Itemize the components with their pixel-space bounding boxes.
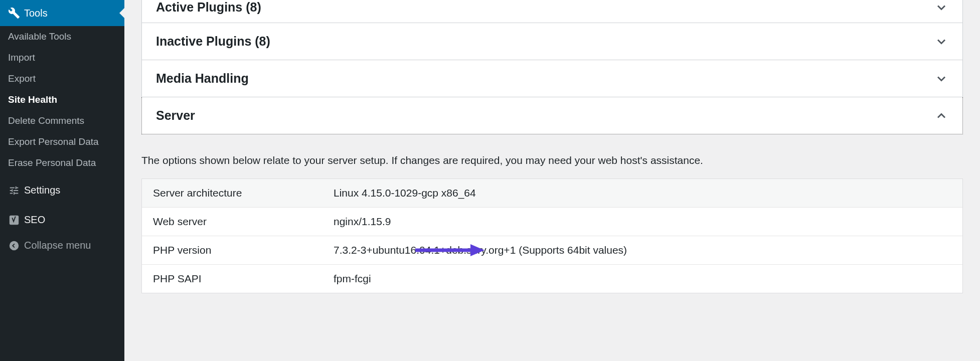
sidebar-item-tools[interactable]: Tools: [0, 0, 124, 26]
sidebar-item-available-tools[interactable]: Available Tools: [0, 26, 124, 47]
sidebar-label: Settings: [24, 185, 60, 196]
collapse-icon: [7, 240, 21, 251]
sidebar-item-import[interactable]: Import: [0, 47, 124, 68]
table-row: Server architecture Linux 4.15.0-1029-gc…: [142, 179, 962, 207]
yoast-icon: [7, 215, 21, 226]
panel-title: Active Plugins (8): [156, 0, 261, 15]
sidebar-item-export[interactable]: Export: [0, 68, 124, 89]
row-value: Linux 4.15.0-1029-gcp x86_64: [334, 187, 951, 199]
panel-media-handling: Media Handling: [141, 60, 963, 97]
panel-server: Server: [141, 97, 963, 134]
panel-active-plugins: Active Plugins (8): [141, 0, 963, 23]
sidebar-item-export-personal-data[interactable]: Export Personal Data: [0, 131, 124, 152]
sidebar-item-site-health[interactable]: Site Health: [0, 89, 124, 110]
row-value: 7.3.2-3+ubuntu16.04.1+deb.sury.org+1 (Su…: [334, 244, 951, 256]
sidebar-label: Tools: [24, 8, 48, 19]
sidebar-item-delete-comments[interactable]: Delete Comments: [0, 110, 124, 131]
chevron-down-icon: [934, 72, 948, 86]
admin-sidebar: Tools Available Tools Import Export Site…: [0, 0, 124, 361]
sidebar-item-settings[interactable]: Settings: [0, 177, 124, 203]
row-value: fpm-fcgi: [334, 273, 951, 285]
panel-title: Inactive Plugins (8): [156, 34, 270, 49]
chevron-down-icon: [934, 1, 948, 15]
row-label: PHP version: [153, 244, 334, 256]
table-row: PHP version 7.3.2-3+ubuntu16.04.1+deb.su…: [142, 236, 962, 264]
wrench-icon: [7, 7, 21, 19]
sidebar-label: SEO: [24, 214, 45, 226]
tools-submenu: Available Tools Import Export Site Healt…: [0, 26, 124, 173]
sidebar-item-collapse-menu[interactable]: Collapse menu: [0, 233, 124, 258]
chevron-down-icon: [934, 35, 948, 49]
panel-title: Server: [156, 108, 195, 123]
main-content: Active Plugins (8) Inactive Plugins (8) …: [124, 0, 980, 361]
panel-inactive-plugins: Inactive Plugins (8): [141, 23, 963, 60]
panel-title: Media Handling: [156, 71, 249, 86]
row-label: PHP SAPI: [153, 273, 334, 285]
row-label: Server architecture: [153, 187, 334, 199]
server-description: The options shown below relate to your s…: [141, 154, 963, 166]
panel-header-media-handling[interactable]: Media Handling: [142, 60, 962, 97]
sidebar-item-seo[interactable]: SEO: [0, 207, 124, 233]
sliders-icon: [7, 185, 21, 196]
row-value: nginx/1.15.9: [334, 216, 951, 228]
sidebar-item-erase-personal-data[interactable]: Erase Personal Data: [0, 152, 124, 173]
svg-point-1: [10, 241, 19, 250]
server-info-table: Server architecture Linux 4.15.0-1029-gc…: [141, 178, 963, 293]
table-row: Web server nginx/1.15.9: [142, 207, 962, 236]
chevron-up-icon: [934, 109, 948, 123]
sidebar-label: Collapse menu: [24, 240, 91, 251]
table-row: PHP SAPI fpm-fcgi: [142, 264, 962, 293]
panel-header-active-plugins[interactable]: Active Plugins (8): [142, 0, 962, 23]
panel-header-inactive-plugins[interactable]: Inactive Plugins (8): [142, 23, 962, 60]
row-label: Web server: [153, 216, 334, 228]
panel-header-server[interactable]: Server: [142, 97, 962, 134]
